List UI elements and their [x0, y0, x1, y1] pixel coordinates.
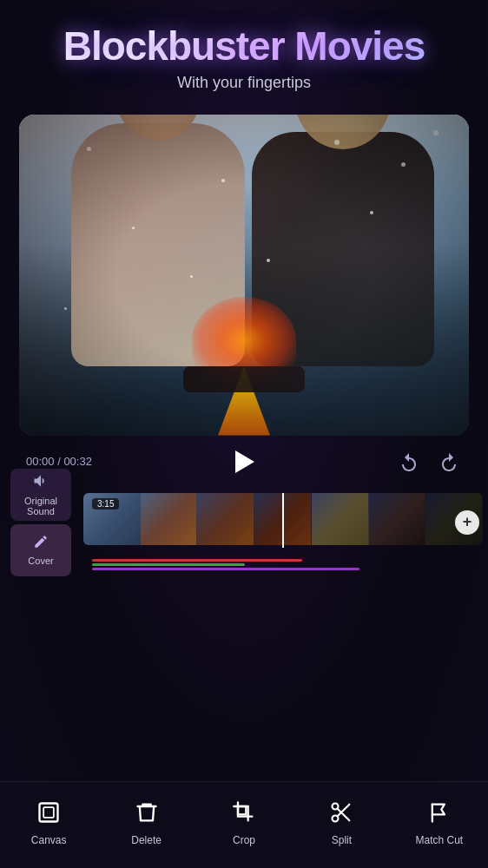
audio-track-green [92, 563, 245, 566]
current-time: 00:00 [26, 455, 55, 468]
time-display: 00:00 / 00:32 [26, 455, 92, 468]
svg-rect-0 [40, 804, 58, 822]
audio-track-red [92, 559, 302, 562]
split-tool[interactable]: Split [293, 782, 390, 868]
svg-rect-2 [238, 806, 246, 814]
sound-icon [32, 472, 49, 494]
track-labels: Original Sound Cover [5, 469, 83, 576]
rewind-button[interactable] [396, 449, 422, 475]
crop-tool[interactable]: Crop [195, 782, 293, 868]
film-frame-6 [369, 493, 426, 545]
color-tracks [83, 559, 483, 570]
play-icon [235, 450, 254, 473]
sound-label: Original [24, 496, 57, 506]
canvas-icon [36, 800, 61, 829]
svg-rect-1 [43, 807, 54, 818]
split-icon [329, 800, 353, 829]
film-frame-3 [197, 493, 254, 545]
playhead [282, 493, 284, 548]
split-label: Split [332, 834, 352, 846]
forward-icon [439, 451, 459, 472]
timeline-tracks: Original Sound Cover 3:15 [0, 488, 488, 557]
forward-button[interactable] [436, 449, 462, 475]
sound-label2: Sound [27, 506, 55, 516]
film-frame-5 [312, 493, 369, 545]
crop-icon [232, 800, 256, 829]
match-cut-icon [427, 800, 452, 829]
film-strip-container: 3:15 + [83, 493, 483, 552]
timeline-area: Original Sound Cover 3:15 [0, 488, 488, 583]
media-controls-right [396, 449, 462, 475]
crop-label: Crop [233, 834, 255, 846]
canvas-label: Canvas [31, 834, 67, 846]
canvas-tool[interactable]: Canvas [0, 782, 97, 868]
duration-text: 3:15 [92, 498, 119, 510]
video-scene [19, 115, 469, 436]
time-sep: / [55, 455, 64, 468]
play-button[interactable] [227, 444, 261, 479]
film-frame-2 [141, 493, 198, 545]
hero-section: Blockbuster Movies With your fingertips [0, 0, 488, 106]
cover-label: Cover [28, 556, 53, 566]
delete-icon [135, 800, 159, 829]
rewind-icon [399, 451, 419, 472]
total-time: 00:32 [63, 455, 92, 468]
delete-tool[interactable]: Delete [97, 782, 195, 868]
main-title: Blockbuster Movies [17, 24, 471, 69]
match-cut-label: Match Cut [415, 834, 463, 846]
match-cut-tool[interactable]: Match Cut [391, 782, 488, 868]
sub-title: With your fingertips [17, 74, 471, 92]
original-sound-track[interactable]: Original Sound [10, 469, 71, 521]
video-preview-container [19, 115, 469, 436]
add-clip-button[interactable]: + [455, 510, 479, 535]
duration-badge: 3:15 [92, 495, 119, 510]
audio-track-purple [92, 568, 359, 570]
bottom-toolbar: Canvas Delete Crop [0, 781, 488, 868]
vignette-overlay [19, 115, 469, 436]
delete-label: Delete [131, 834, 162, 846]
cover-icon [33, 534, 49, 554]
cover-track[interactable]: Cover [10, 524, 71, 576]
